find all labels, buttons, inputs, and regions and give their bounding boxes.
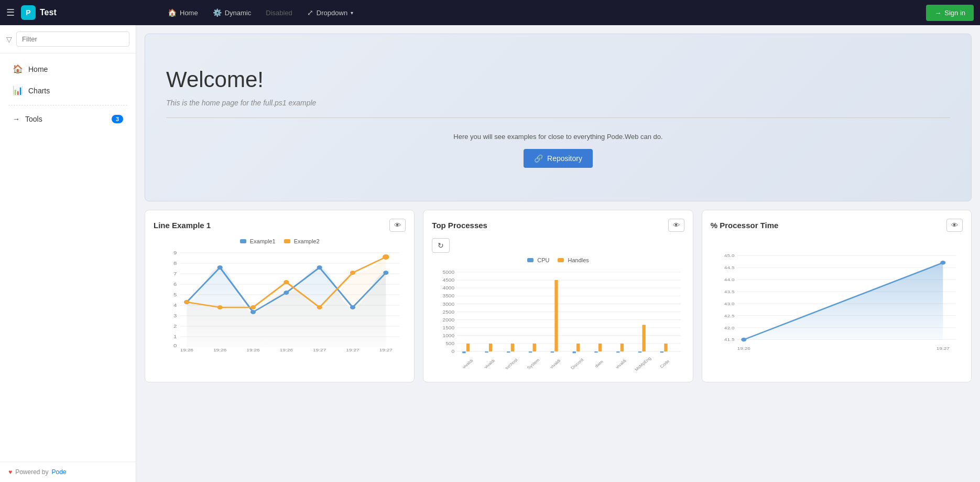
svg-text:5: 5: [173, 292, 177, 297]
svg-rect-70: [551, 351, 554, 352]
main-content: Welcome! This is the home page for the f…: [136, 25, 980, 482]
line-chart-eye-button[interactable]: 👁: [389, 219, 406, 232]
svg-point-32: [383, 254, 389, 260]
bar-chart-card: Top Processes 👁 ↻ CPU Handles: [423, 210, 693, 382]
svg-text:42.0: 42.0: [724, 326, 735, 330]
signin-button[interactable]: → Sign in: [926, 5, 974, 21]
brand: P Test: [21, 5, 157, 20]
svg-text:19:26: 19:26: [246, 348, 259, 352]
signin-label: Sign in: [944, 9, 965, 17]
sidebar-footer: ♥ Powered by Pode: [0, 462, 136, 482]
svg-text:MsMpEng: MsMpEng: [634, 356, 652, 371]
topnav: ☰ P Test 🏠 Home ⚙️ Dynamic Disabled ⤢ Dr…: [0, 0, 980, 25]
svg-text:44.5: 44.5: [724, 265, 735, 270]
svg-text:Discord: Discord: [570, 358, 585, 370]
svg-text:vivaldi: vivaldi: [483, 359, 496, 370]
expand-icon: ⤢: [307, 8, 313, 17]
repository-button[interactable]: 🔗 Repository: [524, 149, 593, 168]
nav-home-label: Home: [180, 9, 198, 17]
processor-chart-eye-button[interactable]: 👁: [946, 219, 963, 232]
pode-link[interactable]: Pode: [52, 468, 67, 476]
bar-chart-refresh-button[interactable]: ↻: [432, 238, 450, 253]
svg-text:19:26: 19:26: [180, 348, 193, 352]
topnav-actions: → Sign in: [926, 5, 974, 21]
nav-disabled-label: Disabled: [266, 9, 292, 17]
sidebar-item-tools[interactable]: → Tools 3: [4, 110, 132, 128]
svg-text:vivaldi: vivaldi: [462, 359, 474, 370]
sidebar-divider: [8, 105, 127, 105]
svg-text:1: 1: [173, 334, 177, 339]
svg-text:dwm: dwm: [594, 359, 605, 368]
svg-rect-67: [511, 344, 514, 351]
bar-chart-legend: CPU Handles: [432, 257, 684, 263]
svg-text:2500: 2500: [443, 309, 455, 314]
nav-dropdown[interactable]: ⤢ Dropdown ▾: [301, 5, 360, 20]
welcome-description: Here you will see examples for close to …: [453, 133, 662, 141]
sidebar-item-charts[interactable]: 📊 Charts: [4, 80, 132, 101]
svg-rect-80: [660, 351, 663, 352]
svg-text:3500: 3500: [443, 293, 455, 298]
svg-rect-66: [507, 351, 510, 352]
svg-text:4500: 4500: [443, 277, 455, 283]
charts-sidebar-icon: 📊: [13, 85, 23, 95]
nav-dropdown-label: Dropdown: [317, 9, 347, 17]
svg-text:4: 4: [173, 303, 177, 308]
bar-chart-svg: 5000 4500 4000 3500 3000 2500 2000 1500 …: [432, 266, 684, 371]
home-icon: 🏠: [168, 8, 177, 17]
welcome-center: Here you will see examples for close to …: [166, 128, 950, 168]
chevron-down-icon: ▾: [351, 10, 353, 16]
hamburger-icon[interactable]: ☰: [6, 7, 15, 18]
line-chart-header: Line Example 1 👁: [154, 219, 406, 232]
svg-rect-64: [485, 351, 488, 352]
signin-icon: →: [934, 9, 941, 17]
topnav-menu: 🏠 Home ⚙️ Dynamic Disabled ⤢ Dropdown ▾: [161, 5, 922, 20]
svg-rect-75: [598, 344, 602, 351]
svg-point-21: [251, 310, 256, 314]
line-chart-svg: 9 8 7 6 5 4 3 2 1 0: [154, 248, 406, 352]
arrow-right-icon: →: [13, 115, 20, 123]
charts-row: Line Example 1 👁 Example1 Example2: [145, 210, 972, 382]
legend-example1: Example1: [240, 238, 276, 244]
svg-text:2: 2: [173, 324, 177, 329]
svg-text:9: 9: [173, 250, 177, 255]
svg-rect-71: [555, 280, 558, 351]
svg-point-31: [350, 271, 355, 275]
svg-text:5000: 5000: [443, 270, 455, 275]
sidebar-tools-label: Tools: [25, 115, 106, 123]
svg-rect-65: [489, 344, 492, 351]
svg-point-23: [317, 265, 322, 270]
sidebar-item-home[interactable]: 🏠 Home: [4, 59, 132, 79]
legend-example2: Example2: [284, 238, 320, 244]
welcome-subtitle: This is the home page for the full.ps1 e…: [166, 99, 316, 107]
legend-handles-label: Handles: [568, 257, 589, 263]
heart-icon: ♥: [8, 468, 12, 476]
sidebar: ▽ 🏠 Home 📊 Charts → Tools 3 ♥ Powered by…: [0, 25, 136, 482]
legend-handles-dot: [558, 258, 564, 262]
legend-example2-dot: [284, 239, 290, 243]
svg-text:vivaldi: vivaldi: [615, 359, 627, 370]
svg-point-30: [317, 305, 322, 309]
svg-text:svchost: svchost: [504, 358, 519, 370]
legend-example2-label: Example2: [294, 238, 320, 244]
link-icon: 🔗: [534, 154, 543, 163]
svg-text:19:27: 19:27: [379, 348, 393, 352]
nav-home[interactable]: 🏠 Home: [161, 5, 204, 20]
powered-by-text: Powered by: [15, 468, 48, 476]
svg-rect-72: [573, 351, 576, 353]
svg-text:45.0: 45.0: [724, 254, 735, 258]
svg-point-109: [741, 338, 746, 342]
nav-dynamic[interactable]: ⚙️ Dynamic: [206, 5, 258, 20]
svg-text:6: 6: [173, 282, 177, 287]
svg-text:2000: 2000: [443, 317, 455, 323]
logo-icon: P: [21, 5, 36, 20]
svg-rect-74: [595, 351, 598, 352]
tools-badge: 3: [112, 115, 123, 123]
svg-text:1500: 1500: [443, 325, 455, 330]
processor-chart-title: % Processor Time: [711, 221, 779, 230]
bar-chart-eye-button[interactable]: 👁: [668, 219, 684, 232]
sidebar-filter-area: ▽: [0, 25, 136, 53]
svg-text:0: 0: [173, 343, 177, 348]
svg-text:500: 500: [446, 341, 455, 346]
svg-rect-77: [620, 344, 624, 351]
filter-input[interactable]: [16, 31, 129, 47]
